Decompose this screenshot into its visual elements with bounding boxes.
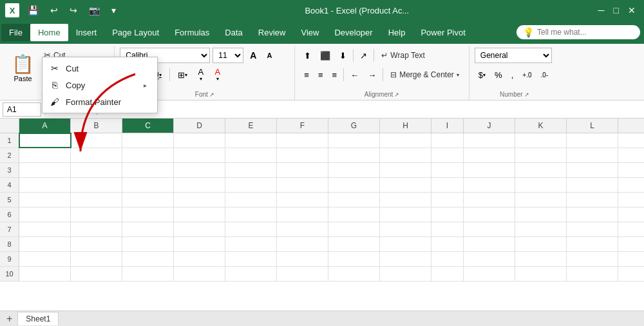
cell-E1[interactable] xyxy=(225,133,277,148)
menu-formulas[interactable]: Formulas xyxy=(167,24,217,41)
row-number[interactable]: 8 xyxy=(0,237,19,251)
right-align-button[interactable]: ≡ xyxy=(328,67,341,82)
cell-C9[interactable] xyxy=(122,252,174,266)
cell-L8[interactable] xyxy=(567,237,618,251)
cell-J5[interactable] xyxy=(464,193,515,207)
cell-C4[interactable] xyxy=(122,178,174,192)
wrap-text-button[interactable]: ↵ Wrap Text xyxy=(377,49,430,62)
col-header-F[interactable]: F xyxy=(277,119,328,133)
cell-K4[interactable] xyxy=(515,178,567,192)
cell-G1[interactable] xyxy=(328,133,380,148)
menu-data[interactable]: Data xyxy=(217,24,250,41)
col-header-A[interactable]: A xyxy=(19,119,71,133)
cell-K8[interactable] xyxy=(515,237,567,251)
cell-C8[interactable] xyxy=(122,237,174,251)
cell-K9[interactable] xyxy=(515,252,567,266)
cell-J8[interactable] xyxy=(464,237,515,251)
menu-file[interactable]: File xyxy=(1,24,30,41)
cell-F3[interactable] xyxy=(277,163,328,177)
grow-font-button[interactable]: A xyxy=(246,48,260,63)
font-expand-icon[interactable]: ↗ xyxy=(209,91,214,98)
cell-F8[interactable] xyxy=(277,237,328,251)
cell-G4[interactable] xyxy=(328,178,380,192)
cell-K3[interactable] xyxy=(515,163,567,177)
cell-A3[interactable] xyxy=(19,163,71,177)
cell-D3[interactable] xyxy=(174,163,225,177)
indent-increase-button[interactable]: → xyxy=(364,67,380,82)
cell-D7[interactable] xyxy=(174,222,225,236)
left-align-button[interactable]: ≡ xyxy=(300,67,313,82)
cell-J1[interactable] xyxy=(464,133,515,148)
cell-G5[interactable] xyxy=(328,193,380,207)
cell-F5[interactable] xyxy=(277,193,328,207)
menu-home[interactable]: Home xyxy=(30,24,68,41)
cell-C6[interactable] xyxy=(122,207,174,222)
col-header-C[interactable]: C xyxy=(122,119,174,133)
top-align-button[interactable]: ⬆ xyxy=(300,48,315,63)
cell-D6[interactable] xyxy=(174,207,225,222)
row-number[interactable]: 9 xyxy=(0,252,19,266)
orientation-button[interactable]: ↗ xyxy=(356,48,371,63)
row-number[interactable]: 1 xyxy=(0,133,19,148)
cell-K2[interactable] xyxy=(515,148,567,162)
cell-F4[interactable] xyxy=(277,178,328,192)
cell-L10[interactable] xyxy=(567,267,618,281)
quick-save-button[interactable]: 💾 xyxy=(24,4,42,17)
cell-B5[interactable] xyxy=(71,193,122,207)
cell-G10[interactable] xyxy=(328,267,380,281)
cell-A5[interactable] xyxy=(19,193,71,207)
cell-J10[interactable] xyxy=(464,267,515,281)
cell-C5[interactable] xyxy=(122,193,174,207)
col-header-D[interactable]: D xyxy=(174,119,225,133)
row-number[interactable]: 10 xyxy=(0,267,19,281)
border-button[interactable]: ⊞▾ xyxy=(174,67,191,82)
cell-E7[interactable] xyxy=(225,222,277,236)
cell-C2[interactable] xyxy=(122,148,174,162)
center-align-button[interactable]: ≡ xyxy=(314,67,327,82)
cell-B10[interactable] xyxy=(71,267,122,281)
row-number[interactable]: 5 xyxy=(0,193,19,207)
col-header-G[interactable]: G xyxy=(328,119,380,133)
context-menu-cut[interactable]: ✂ Cut xyxy=(43,60,157,77)
customize-button[interactable]: ▾ xyxy=(108,4,119,17)
add-sheet-button[interactable]: + xyxy=(3,313,16,325)
cell-A4[interactable] xyxy=(19,178,71,192)
cell-F9[interactable] xyxy=(277,252,328,266)
shrink-font-button[interactable]: A xyxy=(263,48,276,63)
alignment-expand-icon[interactable]: ↗ xyxy=(394,91,399,98)
cell-F2[interactable] xyxy=(277,148,328,162)
cell-H10[interactable] xyxy=(380,267,431,281)
bottom-align-button[interactable]: ⬇ xyxy=(336,48,350,63)
cell-I5[interactable] xyxy=(431,193,464,207)
camera-button[interactable]: 📷 xyxy=(86,4,103,17)
cell-F1[interactable] xyxy=(277,133,328,148)
number-expand-icon[interactable]: ↗ xyxy=(524,91,529,98)
cell-E5[interactable] xyxy=(225,193,277,207)
cell-F10[interactable] xyxy=(277,267,328,281)
cell-E10[interactable] xyxy=(225,267,277,281)
row-number[interactable]: 4 xyxy=(0,178,19,192)
cell-J7[interactable] xyxy=(464,222,515,236)
cell-B8[interactable] xyxy=(71,237,122,251)
sheet-tab-1[interactable]: Sheet1 xyxy=(17,312,59,325)
cell-reference-box[interactable]: A1 xyxy=(3,102,41,117)
decrease-decimal-button[interactable]: .0- xyxy=(536,67,552,82)
cell-D5[interactable] xyxy=(174,193,225,207)
cell-I2[interactable] xyxy=(431,148,464,162)
cell-H7[interactable] xyxy=(380,222,431,236)
cell-D1[interactable] xyxy=(174,133,225,148)
cell-H3[interactable] xyxy=(380,163,431,177)
comma-button[interactable]: , xyxy=(507,67,518,82)
tell-me-box[interactable]: 💡 xyxy=(516,25,640,39)
menu-help[interactable]: Help xyxy=(381,24,413,41)
cell-J4[interactable] xyxy=(464,178,515,192)
cell-A1[interactable] xyxy=(19,133,71,148)
cell-J3[interactable] xyxy=(464,163,515,177)
cell-E4[interactable] xyxy=(225,178,277,192)
menu-insert[interactable]: Insert xyxy=(68,24,105,41)
row-number[interactable]: 3 xyxy=(0,163,19,177)
middle-align-button[interactable]: ⬛ xyxy=(316,48,334,63)
cell-E6[interactable] xyxy=(225,207,277,222)
cell-G3[interactable] xyxy=(328,163,380,177)
cell-B3[interactable] xyxy=(71,163,122,177)
